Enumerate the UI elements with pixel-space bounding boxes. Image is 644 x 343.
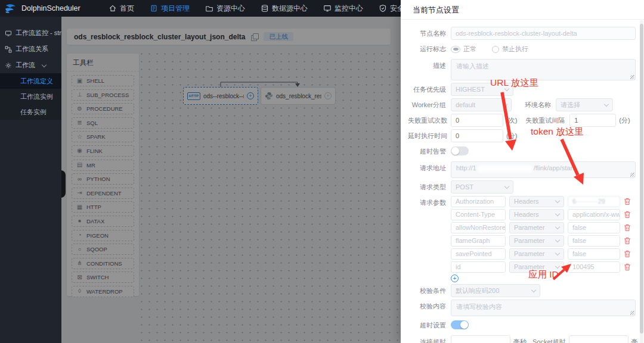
timeout-setting-label: 超时设置 bbox=[408, 319, 446, 332]
run-flag-forbidden-radio[interactable] bbox=[492, 46, 499, 53]
check-content-textarea[interactable]: 请填写校验内容 bbox=[451, 300, 636, 316]
delete-param-button[interactable] bbox=[624, 263, 631, 272]
sidebar-item-task-instance[interactable]: 任务实例 bbox=[0, 104, 61, 120]
timeout-alarm-label: 超时告警 bbox=[408, 145, 446, 158]
project-icon bbox=[150, 4, 158, 13]
delete-param-button[interactable] bbox=[624, 250, 631, 258]
nav-label: 监控中心 bbox=[335, 4, 363, 14]
param-value-input[interactable]: 100495 bbox=[568, 261, 620, 273]
modal-overlay[interactable] bbox=[61, 17, 401, 343]
nav-item-project[interactable]: 项目管理 bbox=[150, 4, 190, 14]
param-name-input[interactable]: Content-Type bbox=[451, 209, 506, 220]
nav-item-resources[interactable]: 资源中心 bbox=[205, 4, 245, 14]
request-type-label: 请求类型 bbox=[408, 180, 446, 194]
retry-interval-unit: (分) bbox=[619, 116, 630, 125]
worker-group-value: default bbox=[456, 101, 475, 108]
sidebar-item-workflow-definition[interactable]: 工作流定义 bbox=[0, 73, 61, 89]
param-name-input[interactable]: allowNonRestored bbox=[451, 222, 506, 233]
environment-select[interactable]: 请选择 bbox=[556, 98, 613, 111]
request-params-label: 请求参数 bbox=[408, 196, 446, 209]
param-value-input[interactable]: false bbox=[568, 222, 620, 233]
chevron-down-icon bbox=[555, 198, 560, 203]
monitor-icon bbox=[5, 30, 12, 37]
sidebar-item-workflow-instance[interactable]: 工作流实例 bbox=[0, 89, 61, 104]
gear-icon bbox=[5, 62, 12, 69]
delay-time-input[interactable]: 0 bbox=[451, 129, 503, 142]
request-param-row: allowNonRestored Parameter false bbox=[451, 222, 636, 233]
description-textarea[interactable]: 请输入描述 bbox=[451, 59, 636, 80]
sidebar-label: 工作流实例 bbox=[20, 92, 53, 101]
chevron-down-icon bbox=[42, 62, 47, 67]
worker-group-select[interactable]: default bbox=[451, 98, 512, 111]
retry-times-input[interactable]: 0 bbox=[451, 114, 503, 127]
nav-menu: 首页 项目管理 资源中心 数据源中心 监控中心 安全中心 bbox=[109, 4, 419, 14]
run-flag-label: 运行标志 bbox=[408, 42, 446, 55]
param-type-select[interactable]: Parameter bbox=[509, 248, 564, 260]
socket-timeout-label: Socket超时 bbox=[532, 338, 566, 343]
param-value-input[interactable]: false bbox=[568, 235, 620, 247]
param-type-select[interactable]: Headers bbox=[509, 196, 564, 207]
delay-time-unit: (分) bbox=[506, 132, 517, 141]
param-name-input[interactable]: savePointed bbox=[451, 248, 506, 260]
sidebar-label: 工作流定义 bbox=[20, 77, 53, 86]
chevron-down-icon bbox=[555, 251, 560, 255]
trash-icon bbox=[624, 224, 631, 232]
retry-times-unit: (次) bbox=[506, 116, 517, 125]
chevron-down-icon bbox=[555, 211, 560, 216]
nav-label: 项目管理 bbox=[161, 4, 190, 14]
request-url-label: 请求地址 bbox=[408, 161, 446, 174]
request-url-textarea[interactable]: http://1/flink/app/start bbox=[451, 161, 636, 178]
chevron-down-icon bbox=[504, 86, 509, 91]
database-icon bbox=[261, 4, 269, 13]
timeout-setting-toggle[interactable] bbox=[451, 320, 469, 329]
priority-label: 任务优先级 bbox=[408, 83, 446, 96]
nav-item-monitor[interactable]: 监控中心 bbox=[323, 4, 363, 14]
nav-item-datasource[interactable]: 数据源中心 bbox=[261, 4, 308, 14]
param-type-select[interactable]: Headers bbox=[509, 209, 564, 220]
node-settings-drawer: 当前节点设置 节点名称 ods-resblock-resblock-cluste… bbox=[401, 0, 644, 343]
trash-icon bbox=[624, 263, 631, 271]
node-name-input[interactable]: ods-resblock-resblock-cluster-layout-del… bbox=[451, 27, 636, 40]
resize-grip-icon[interactable] bbox=[630, 173, 634, 177]
retry-interval-label: 失败重试间隔 bbox=[525, 116, 565, 125]
param-type-select[interactable]: Parameter bbox=[509, 235, 564, 247]
param-name-input[interactable]: Authorization bbox=[451, 196, 506, 207]
param-name-input[interactable]: flameGraph bbox=[451, 235, 506, 247]
request-param-row: flameGraph Parameter false bbox=[451, 235, 636, 247]
param-type-select[interactable]: Parameter bbox=[509, 222, 564, 233]
resize-grip-icon[interactable] bbox=[630, 75, 634, 79]
delete-param-button[interactable] bbox=[624, 198, 631, 206]
drawer-scrollbar[interactable] bbox=[640, 24, 643, 333]
node-name-label: 节点名称 bbox=[408, 27, 446, 40]
folder-icon bbox=[205, 4, 213, 13]
sidebar-item-workflow[interactable]: 工作流 bbox=[0, 57, 61, 73]
run-flag-normal-radio[interactable] bbox=[451, 46, 460, 53]
retry-interval-input[interactable]: 1 bbox=[569, 114, 616, 127]
delete-param-button[interactable] bbox=[624, 224, 631, 232]
add-param-button[interactable]: + bbox=[451, 275, 459, 282]
priority-select[interactable]: HIGHEST bbox=[451, 83, 513, 96]
nav-item-home[interactable]: 首页 bbox=[109, 4, 134, 14]
param-value-input[interactable]: 6··········29 bbox=[568, 196, 620, 207]
delete-param-button[interactable] bbox=[624, 211, 631, 219]
app-logo[interactable]: DolphinScheduler bbox=[5, 4, 94, 14]
param-type-select[interactable]: Parameter bbox=[509, 261, 564, 273]
sidebar-label: 工作流监控 - streamx bbox=[16, 29, 61, 38]
delay-time-label: 延时执行时间 bbox=[408, 129, 446, 142]
resize-grip-icon[interactable] bbox=[630, 311, 634, 315]
timeout-alarm-toggle[interactable] bbox=[451, 146, 469, 155]
sidebar-item-workflow-monitor[interactable]: 工作流监控 - streamx bbox=[0, 25, 61, 41]
check-condition-select[interactable]: 默认响应码200 bbox=[451, 284, 540, 297]
param-value-input[interactable]: application/x-www-fo bbox=[568, 209, 620, 220]
param-name-input[interactable]: id bbox=[451, 261, 506, 273]
delete-param-button[interactable] bbox=[624, 237, 631, 245]
param-type-value: Headers bbox=[514, 210, 539, 220]
connect-timeout-input[interactable] bbox=[451, 335, 510, 343]
socket-timeout-input[interactable] bbox=[569, 335, 628, 343]
connect-timeout-unit: 毫秒 bbox=[513, 338, 527, 343]
sidebar-item-workflow-relation[interactable]: 工作流关系 bbox=[0, 41, 61, 57]
param-value-input[interactable]: false bbox=[568, 248, 620, 260]
request-type-select[interactable]: POST bbox=[451, 180, 513, 194]
chevron-down-icon bbox=[531, 287, 536, 292]
connect-timeout-label: 连接超时 bbox=[408, 335, 446, 343]
